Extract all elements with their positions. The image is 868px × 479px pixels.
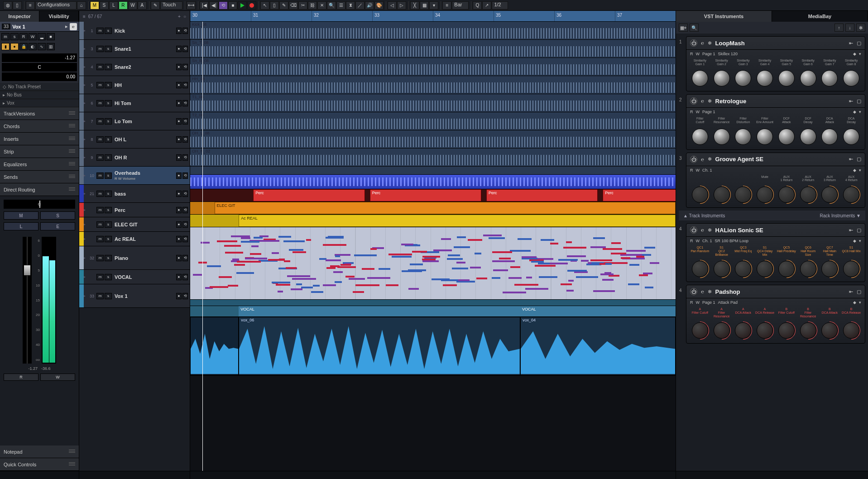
midi-note[interactable]	[379, 268, 390, 270]
midi-note[interactable]	[323, 284, 336, 286]
find-instrument-icon[interactable]: 🔍	[690, 24, 699, 32]
add-track-icon[interactable]: +	[178, 14, 181, 19]
power-icon[interactable]: ⏻	[690, 97, 697, 105]
activate-output-icon[interactable]: ⇤	[849, 40, 853, 46]
add-rack-icon[interactable]: ▦+	[679, 24, 688, 32]
track-row-overheads[interactable]: ▸10msOverheadsR W Volume●⟲	[79, 167, 190, 185]
tab-vst-instruments[interactable]: VST Instruments	[676, 11, 772, 22]
midi-note[interactable]	[296, 283, 302, 285]
midi-note[interactable]	[514, 284, 538, 286]
midi-note[interactable]	[603, 248, 622, 250]
quantize-menu-icon[interactable]: ↗	[482, 1, 491, 10]
midi-note[interactable]	[328, 236, 344, 238]
midi-note[interactable]	[272, 252, 279, 254]
timebase-button[interactable]: ◐	[29, 43, 37, 50]
midi-note[interactable]	[337, 266, 356, 268]
midi-note[interactable]	[550, 243, 558, 244]
monitor-button[interactable]: ●	[10, 43, 19, 50]
midi-note[interactable]	[468, 239, 482, 241]
visibility-icon[interactable]: ≡	[83, 14, 86, 19]
lane-button[interactable]: ∿	[38, 43, 46, 50]
volume-value[interactable]: -1.27	[2, 53, 77, 62]
qc-knob-5[interactable]	[778, 187, 795, 203]
lock-button[interactable]: 🔒	[19, 43, 28, 50]
midi-note[interactable]	[604, 272, 611, 274]
midi-note[interactable]	[456, 262, 466, 263]
midi-note[interactable]	[483, 235, 502, 236]
record-enable-button[interactable]: ▮	[1, 43, 10, 50]
midi-note[interactable]	[370, 248, 377, 250]
midi-note[interactable]	[566, 290, 574, 292]
midi-note[interactable]	[563, 247, 586, 249]
midi-note[interactable]	[219, 276, 232, 278]
midi-note[interactable]	[193, 274, 202, 276]
midi-note[interactable]	[476, 278, 487, 279]
midi-note[interactable]	[576, 276, 598, 278]
qc-knob-6[interactable]	[800, 261, 816, 277]
midi-note[interactable]	[470, 267, 480, 268]
track-row-bass[interactable]: ▸21msbass●⟲	[79, 185, 190, 203]
clip-perc[interactable]: Perc	[253, 189, 365, 201]
qc-knob-5[interactable]	[778, 129, 795, 145]
midi-note[interactable]	[456, 281, 475, 283]
midi-note[interactable]	[432, 278, 450, 280]
fader-edit[interactable]: E	[40, 222, 75, 230]
qc-knob-2[interactable]	[714, 322, 730, 339]
midi-note[interactable]	[611, 253, 626, 254]
playhead[interactable]	[202, 22, 203, 471]
midi-note[interactable]	[525, 288, 549, 290]
qc-knob-3[interactable]	[735, 129, 751, 145]
lane-t2_08[interactable]: T2_08	[190, 112, 676, 130]
lane-perc[interactable]: PercPercPercPerc	[190, 189, 676, 202]
midi-note[interactable]	[286, 267, 297, 269]
activate-output-icon[interactable]: ⇤	[849, 227, 853, 233]
split-tool[interactable]: ✂	[298, 1, 307, 10]
fader-solo[interactable]: S	[40, 211, 75, 220]
midi-note[interactable]	[291, 288, 302, 290]
mute-button[interactable]: m	[1, 33, 10, 40]
qc-knob-3[interactable]	[735, 261, 751, 277]
section-sends[interactable]: Sends	[0, 171, 79, 183]
lane-elec-git[interactable]: ELEC GIT	[190, 202, 676, 215]
options-icon[interactable]: ▢	[857, 289, 861, 295]
midi-note[interactable]	[567, 255, 586, 257]
midi-note[interactable]	[287, 275, 310, 277]
autoscroll-icon[interactable]: ⟷	[187, 1, 196, 10]
midi-note[interactable]	[629, 264, 640, 266]
qc-knob-6[interactable]	[800, 187, 816, 203]
section-equalizers[interactable]: Equalizers	[0, 158, 79, 171]
track-row-piano[interactable]: ▸32msPiano●⟲	[79, 246, 190, 270]
track-row-lo-tom[interactable]: ▸7msLo Tom●⟲	[79, 112, 190, 130]
midi-note[interactable]	[609, 275, 619, 277]
midi-note[interactable]	[492, 251, 512, 253]
midi-note[interactable]	[568, 280, 574, 282]
lane-ac-real[interactable]: Ac REAL	[190, 215, 676, 227]
midi-note[interactable]	[340, 264, 351, 266]
clip-elec-git[interactable]: ELEC GIT	[215, 202, 676, 214]
quantize-apply-icon[interactable]: Q	[473, 1, 482, 10]
preset-menu-icon[interactable]: ▾	[859, 239, 861, 243]
activate-output-icon[interactable]: ⇤	[849, 289, 853, 295]
next-preset-icon[interactable]: ↓	[845, 24, 854, 32]
qc-knob-7[interactable]	[821, 70, 838, 86]
midi-note[interactable]	[292, 278, 316, 280]
midi-note[interactable]	[550, 263, 567, 264]
cycle-icon[interactable]: ⟲	[219, 1, 228, 10]
qc-knob-8[interactable]	[843, 261, 859, 277]
write-button[interactable]: W	[29, 33, 37, 40]
inplace-button[interactable]: ▥	[47, 43, 55, 50]
midi-note[interactable]	[289, 249, 303, 251]
qc-knob-8[interactable]	[843, 70, 859, 86]
qc-knob-2[interactable]	[714, 261, 730, 277]
midi-note[interactable]	[636, 256, 644, 258]
midi-note[interactable]	[326, 267, 335, 269]
options-icon[interactable]: ▢	[857, 40, 861, 46]
midi-note[interactable]	[283, 240, 305, 242]
snap-toggle-icon[interactable]: ╳	[410, 1, 419, 10]
qc-knob-5[interactable]	[778, 261, 795, 277]
prev-preset-icon[interactable]: ↑	[834, 24, 844, 32]
clip-perc[interactable]: Perc	[603, 189, 676, 201]
track-row-elec-git[interactable]: ▸msELEC GIT●⟲	[79, 217, 190, 232]
qc-knob-3[interactable]	[735, 187, 751, 203]
arrow-tool[interactable]: ↖	[260, 1, 269, 10]
